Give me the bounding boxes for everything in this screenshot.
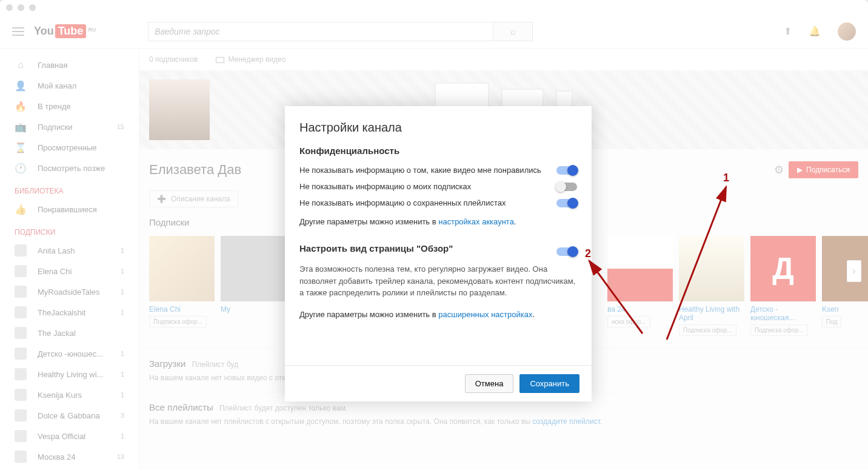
sidebar-sub-item[interactable]: Это Тебе1: [0, 467, 139, 470]
search-button[interactable]: ⌕: [493, 22, 533, 41]
channel-thumbnail: Д: [750, 236, 816, 301]
subscription-status[interactable]: Под: [822, 316, 841, 327]
cancel-button[interactable]: Отмена: [465, 374, 514, 393]
sidebar-item-home[interactable]: ⌂Главная: [0, 55, 139, 75]
gear-icon[interactable]: ⚙: [774, 163, 784, 176]
next-arrow[interactable]: ›: [847, 260, 861, 282]
layout-note: Другие параметры можно изменить в расшир…: [299, 304, 577, 325]
channel-link[interactable]: Elena Chi: [149, 305, 215, 314]
search-icon: ⌕: [510, 26, 516, 36]
sidebar-sub-item[interactable]: Elena Chi1: [0, 261, 139, 281]
subscription-card[interactable]: KsenПод: [822, 236, 868, 338]
minimize-icon[interactable]: [18, 4, 24, 11]
channel-bar: 0 подписчиков Менеджер видео: [139, 49, 868, 70]
channel-avatar-icon: [15, 430, 27, 442]
window-titlebar: [0, 0, 868, 15]
privacy-toggle-0[interactable]: [556, 166, 577, 175]
privacy-toggle-2[interactable]: [556, 199, 577, 207]
layout-heading: Настроить вид страницы "Обзор": [299, 243, 549, 253]
sidebar-sub-item[interactable]: Ksenija Kurs1: [0, 384, 139, 405]
sidebar-sub-item[interactable]: Anita Lash1: [0, 240, 139, 261]
upload-icon[interactable]: ⬆: [784, 25, 792, 37]
subscription-card[interactable]: My: [221, 236, 286, 338]
subscription-status[interactable]: Подписка офор...: [750, 324, 808, 336]
subscription-status[interactable]: Подписка офор...: [679, 324, 736, 336]
sidebar-section-subs: ПОДПИСКИ: [0, 220, 139, 240]
channel-avatar-icon: [15, 347, 27, 360]
channel-avatar[interactable]: [149, 79, 210, 140]
notifications-icon[interactable]: 🔔: [809, 25, 821, 37]
subscription-card[interactable]: ДДетско - юношеская...Подписка офор...: [750, 236, 816, 338]
channel-link[interactable]: Ksen: [822, 305, 868, 314]
sidebar-item-history[interactable]: ⌛Просмотренные: [0, 137, 139, 158]
shelf-description: На вашем канале нет плейлистов с открыты…: [149, 417, 858, 426]
shelf-action-link[interactable]: создадите плейлист: [532, 417, 599, 426]
menu-icon[interactable]: [12, 27, 24, 36]
sidebar-item-subs[interactable]: 📺Подписки15: [0, 116, 139, 137]
sidebar-sub-item[interactable]: Vespa Official1: [0, 426, 139, 446]
layout-toggle[interactable]: [556, 247, 577, 256]
sidebar-sub-item[interactable]: TheJackalshit1: [0, 302, 139, 323]
shelf-title: Загрузки: [149, 358, 185, 369]
sidebar-sub-item[interactable]: The Jackal: [0, 323, 139, 343]
sidebar: ⌂Главная👤Мой канал🔥В тренде📺Подписки15⌛П…: [0, 49, 139, 470]
subscribe-button[interactable]: ▶ Подписаться: [789, 161, 858, 178]
subs-icon: 📺: [15, 121, 27, 133]
sidebar-item-trending[interactable]: 🔥В тренде: [0, 96, 139, 116]
account-settings-link[interactable]: настройках аккаунта: [438, 217, 514, 226]
channel-avatar-icon: [15, 327, 27, 339]
channel-thumbnail: [607, 236, 673, 301]
subscription-card[interactable]: Healthy Living with AprilПодписка офор..…: [679, 236, 744, 338]
shelf-title: Все плейлисты: [149, 402, 213, 412]
channel-thumbnail: [221, 236, 286, 301]
save-button[interactable]: Сохранить: [519, 374, 579, 393]
sidebar-sub-item[interactable]: Healthy Living wi...1: [0, 364, 139, 384]
subscription-card[interactable]: Elena ChiПодписка офор...: [149, 236, 215, 338]
sidebar-sub-item[interactable]: MyRoadsideTales1: [0, 281, 139, 302]
setting-label: Не показывать информацию о том, какие ви…: [299, 166, 549, 175]
channel-avatar-icon: [15, 451, 27, 463]
channel-avatar-icon: [15, 244, 27, 257]
subscription-status[interactable]: Подписка офор...: [149, 316, 207, 327]
video-manager-link[interactable]: Менеджер видео: [216, 55, 285, 64]
search-input[interactable]: [148, 22, 493, 41]
account-icon: 👤: [15, 79, 27, 92]
advanced-settings-link[interactable]: расширенных настройках: [438, 310, 532, 319]
channel-thumbnail: [149, 236, 215, 301]
channel-avatar-icon: [15, 286, 27, 298]
sidebar-item-account[interactable]: 👤Мой канал: [0, 75, 139, 96]
logo[interactable]: You Tube RU: [34, 24, 96, 38]
sidebar-sub-item[interactable]: Москва 2413: [0, 446, 139, 467]
channel-link[interactable]: Healthy Living with April: [679, 305, 744, 322]
privacy-setting-row: Не показывать информацию о моих подписка…: [299, 178, 577, 195]
channel-name: Елизавета Дав: [149, 162, 241, 178]
maximize-icon[interactable]: [29, 4, 36, 11]
channel-avatar-icon: [15, 265, 27, 277]
channel-avatar-icon: [15, 409, 27, 421]
watchlater-icon: 🕐: [15, 162, 27, 174]
play-icon: ▶: [797, 166, 803, 174]
sidebar-item-liked[interactable]: 👍Понравившиеся: [0, 199, 139, 220]
privacy-note: Другие параметры можно изменить в настро…: [299, 211, 577, 232]
trending-icon: 🔥: [15, 100, 27, 112]
channel-link[interactable]: My: [221, 305, 286, 314]
modal-title: Настройки канала: [285, 106, 592, 142]
sidebar-sub-item[interactable]: Dolce & Gabbana3: [0, 405, 139, 426]
user-avatar[interactable]: [838, 22, 856, 41]
subscription-card[interactable]: ва 24иска офор...: [607, 236, 673, 338]
privacy-setting-row: Не показывать информацию о том, какие ви…: [299, 162, 577, 178]
setting-label: Не показывать информацию о моих подписка…: [299, 182, 549, 191]
channel-link[interactable]: ва 24: [607, 305, 673, 314]
liked-icon: 👍: [15, 203, 27, 215]
channel-link[interactable]: Детско - юношеская...: [750, 305, 816, 322]
subscriber-count: 0 подписчиков: [149, 55, 198, 64]
close-icon[interactable]: [6, 4, 13, 11]
subscription-status[interactable]: иска офор...: [607, 316, 650, 327]
channel-avatar-icon: [15, 389, 27, 401]
sidebar-sub-item[interactable]: Детско -юношес...1: [0, 343, 139, 364]
privacy-toggle-1[interactable]: [556, 183, 577, 191]
sidebar-item-watchlater[interactable]: 🕐Посмотреть позже: [0, 158, 139, 178]
channel-description-button[interactable]: ➕ Описание канала: [149, 190, 238, 207]
channel-thumbnail: [679, 236, 744, 301]
channel-avatar-icon: [15, 306, 27, 318]
